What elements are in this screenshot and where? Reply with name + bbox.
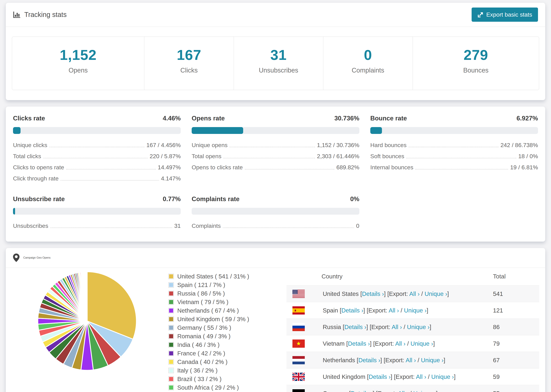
rate-row: Total clicks220 / 5.87% — [13, 153, 181, 160]
rate-row-value: 4.147% — [161, 175, 181, 182]
legend-label: Brazil ( 33 / 2% ) — [177, 376, 222, 382]
total-column-header: Total — [493, 273, 539, 280]
export-unique-link-russia[interactable]: Unique › — [407, 324, 430, 330]
rate-row-value: 689.82% — [336, 164, 359, 171]
rates-card: Clicks rate4.46%Unique clicks167 / 4.456… — [6, 106, 545, 242]
country-cell: United Kingdom [Details ›] [Export: All … — [323, 373, 493, 380]
details-link-germany[interactable]: Details › — [351, 390, 373, 392]
legend-swatch — [168, 282, 174, 288]
stat-box-unsubscribes: 31Unsubscribes — [233, 37, 323, 90]
rate-title: Opens rate — [192, 115, 225, 122]
legend-label: United States ( 541 / 31% ) — [177, 273, 249, 280]
legend-swatch-color — [169, 274, 173, 279]
geo-table-row-vietnam: Vietnam [Details ›] [Export: All › / Uni… — [286, 335, 539, 352]
country-cell: Russia [Details ›] [Export: All › / Uniq… — [323, 324, 493, 330]
stat-label: Clicks — [146, 67, 232, 74]
details-link-russia[interactable]: Details › — [344, 324, 366, 330]
geo-table-row-russia: Russia [Details ›] [Export: All › / Uniq… — [286, 318, 539, 335]
summary-stats: 1,152Opens167Clicks31Unsubscribes0Compla… — [12, 36, 539, 90]
legend-swatch-color — [169, 334, 173, 338]
rate-row: Internal bounces19 / 6.81% — [370, 164, 538, 171]
country-cell: Netherlands [Details ›] [Export: All › /… — [323, 357, 493, 364]
export-all-link-russia[interactable]: All › — [392, 324, 402, 330]
export-unique-link-united-states[interactable]: Unique › — [424, 290, 447, 297]
country-cell: United States [Details ›] [Export: All ›… — [323, 290, 493, 297]
total-cell: 541 — [493, 290, 539, 297]
legend-label: Vietnam ( 79 / 5% ) — [177, 299, 228, 305]
rate-value: 30.736% — [334, 115, 359, 122]
geo-table-row-united-states: United States [Details ›] [Export: All ›… — [286, 285, 539, 302]
export-unique-link-spain[interactable]: Unique › — [404, 307, 427, 314]
flag-de-icon — [292, 389, 305, 392]
export-all-link-united-kingdom[interactable]: All › — [416, 373, 426, 380]
rate-rows: Unsubscribes31 — [13, 223, 181, 229]
export-all-link-germany[interactable]: All › — [398, 390, 408, 392]
export-all-link-vietnam[interactable]: All › — [395, 340, 405, 347]
country-column-header: Country — [322, 273, 493, 280]
legend-item-germany: Germany ( 55 / 3% ) — [168, 324, 280, 331]
legend-swatch-color — [169, 351, 173, 355]
legend-swatch — [168, 359, 174, 365]
total-cell: 59 — [493, 373, 539, 380]
rate-row-value: 167 / 4.456% — [147, 142, 181, 148]
rate-progress-fill — [370, 127, 382, 134]
export-icon — [477, 12, 484, 18]
legend-item-india: India ( 46 / 3% ) — [168, 341, 280, 348]
rate-row: Total opens2,303 / 61.446% — [192, 153, 359, 160]
export-unique-link-germany[interactable]: Unique › — [413, 390, 436, 392]
export-unique-link-united-kingdom[interactable]: Unique › — [431, 373, 454, 380]
export-all-link-spain[interactable]: All › — [389, 307, 399, 314]
total-cell: 121 — [493, 307, 539, 314]
page: Tracking stats Export basic stats 1,152O… — [0, 3, 551, 392]
stat-label: Opens — [14, 67, 142, 74]
geo-table: Country Total United States [Details ›] … — [286, 270, 539, 392]
rate-progress-track — [370, 127, 538, 134]
geo-content: United States ( 541 / 31% )Spain ( 121 /… — [6, 268, 545, 392]
rate-row: Complaints0 — [192, 223, 359, 229]
rate-row-label: Unique clicks — [13, 142, 47, 148]
rate-row: Click through rate4.147% — [13, 175, 181, 182]
legend-swatch-color — [169, 317, 173, 321]
geo-title-text: Campaign Geo Opens — [23, 256, 50, 259]
rate-title: Bounce rate — [370, 115, 407, 122]
legend-item-france: France ( 42 / 2% ) — [168, 350, 280, 357]
details-link-netherlands[interactable]: Details › — [358, 357, 380, 364]
legend-label: United Kingdom ( 59 / 3% ) — [177, 316, 249, 322]
rate-row-label: Complaints — [192, 223, 221, 229]
rate-head: Unsubscribe rate0.77% — [13, 196, 181, 203]
legend-swatch-color — [169, 308, 173, 313]
rate-title: Clicks rate — [13, 115, 45, 122]
details-link-united-states[interactable]: Details › — [362, 290, 384, 297]
rate-value: 4.46% — [163, 115, 181, 122]
rate-row-label: Total clicks — [13, 153, 41, 160]
dotted-leader — [415, 169, 508, 169]
legend-swatch — [168, 376, 174, 382]
rate-row: Unique opens1,152 / 30.736% — [192, 142, 359, 148]
rate-block-unsubscribe-rate: Unsubscribe rate0.77%Unsubscribes31 — [13, 196, 181, 229]
dotted-leader — [223, 227, 354, 228]
export-unique-link-netherlands[interactable]: Unique › — [421, 357, 444, 364]
export-basic-stats-button[interactable]: Export basic stats — [472, 7, 538, 22]
rate-row: Clicks to opens rate14.497% — [13, 164, 181, 171]
flag-es-icon — [292, 306, 305, 315]
legend-label: Italy ( 36 / 2% ) — [177, 367, 218, 374]
flag-vn-icon — [292, 339, 305, 348]
details-link-spain[interactable]: Details › — [341, 307, 363, 314]
dotted-leader — [43, 158, 148, 158]
legend-label: South Africa ( 29 / 2% ) — [177, 384, 239, 391]
legend-item-vietnam: Vietnam ( 79 / 5% ) — [168, 299, 280, 305]
legend-swatch — [168, 351, 174, 356]
details-link-vietnam[interactable]: Details › — [348, 340, 370, 347]
details-link-united-kingdom[interactable]: Details › — [369, 373, 390, 380]
dotted-leader — [245, 169, 334, 169]
legend-item-spain: Spain ( 121 / 7% ) — [168, 281, 280, 288]
rate-title: Complaints rate — [192, 196, 240, 203]
export-unique-link-vietnam[interactable]: Unique › — [410, 340, 433, 347]
flag-us-icon — [292, 290, 305, 298]
legend-item-united-kingdom: United Kingdom ( 59 / 3% ) — [168, 316, 280, 322]
dotted-leader — [230, 147, 315, 147]
stat-value: 1,152 — [14, 47, 142, 63]
export-all-link-netherlands[interactable]: All › — [406, 357, 416, 364]
export-all-link-united-states[interactable]: All › — [409, 290, 420, 297]
rate-row-label: Total opens — [192, 153, 221, 160]
